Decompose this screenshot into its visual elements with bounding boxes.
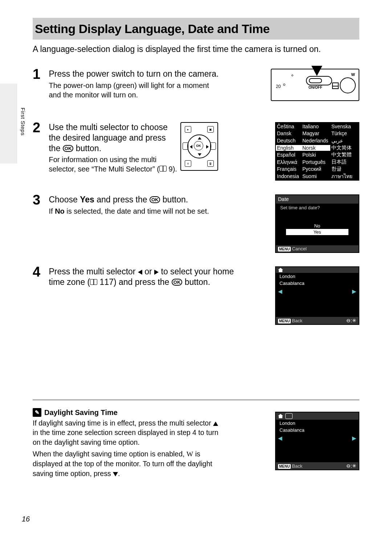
footer-left: MENUCancel xyxy=(278,246,307,251)
pencil-note-icon: ✎ xyxy=(33,408,41,417)
step-2-head-b: button. xyxy=(76,144,101,153)
step-3-sub: If No is selected, the date and time wil… xyxy=(49,206,237,216)
dst-section: ✎ Daylight Saving Time If daylight savin… xyxy=(33,408,225,478)
step-1: 1 Press the power switch to turn on the … xyxy=(33,69,219,100)
step-4-head-b: or xyxy=(142,267,154,276)
step-1-sub: The power-on lamp (green) will light for… xyxy=(49,81,219,100)
ok-button-icon: OK xyxy=(150,196,160,203)
footer-left: MENUBack xyxy=(278,463,302,469)
lang-item: 한글 xyxy=(330,166,359,172)
step-2-number: 2 xyxy=(33,121,47,134)
timezone-screen-2: London Casablanca ◀ ▶ MENUBack ⊖:✳ xyxy=(275,412,359,470)
book-icon xyxy=(159,166,167,172)
tz-city-2: Casablanca xyxy=(276,280,359,287)
step-4-head-a: Press the multi selector xyxy=(49,267,138,276)
step-1-heading: Press the power switch to turn on the ca… xyxy=(49,69,219,78)
camera-dot-icon xyxy=(283,84,285,86)
page-number: 16 xyxy=(22,515,30,523)
tz-city-1: London xyxy=(276,273,359,280)
intro-text: A language-selection dialog is displayed… xyxy=(33,44,321,54)
lang-item: Türkçe xyxy=(330,130,359,136)
back-label: Back xyxy=(292,318,302,323)
tz-arrow-right-icon: ▶ xyxy=(352,288,356,295)
triangle-left-icon xyxy=(138,270,142,275)
lang-item: Čeština xyxy=(276,124,301,129)
ok-center-icon: OK xyxy=(194,141,203,150)
step-2-sub: For information on using the multi selec… xyxy=(49,155,179,174)
tz-arrow-right-icon: ▶ xyxy=(352,435,356,442)
lang-item-selected: Norsk xyxy=(301,145,330,151)
step-4-head-e: button. xyxy=(182,277,210,287)
step-2-sub-a: For information on using the multi selec… xyxy=(49,156,159,173)
ms-menu-icon xyxy=(185,160,191,167)
camera-label-20: 20 xyxy=(276,84,281,89)
language-grid: Čeština Italiano Svenska Dansk Magyar Tü… xyxy=(276,123,359,180)
lang-item: Español xyxy=(276,152,301,158)
ms-up-icon xyxy=(198,137,201,140)
book-ref-icon xyxy=(90,279,97,285)
dst-toggle-icon: ⊖:✳ xyxy=(346,318,356,323)
tz-nav: ◀ ▶ xyxy=(276,287,359,296)
lang-item: Magyar xyxy=(301,130,330,136)
step-2-sub-b: 9). xyxy=(167,165,177,173)
ms-display-icon xyxy=(207,126,214,133)
power-switch-icon xyxy=(306,76,332,85)
dst-body: If daylight saving time is in effect, pr… xyxy=(33,418,225,478)
step-3-head-a: Choose xyxy=(49,195,80,204)
step-4-number: 4 xyxy=(33,265,47,279)
lang-item: Português xyxy=(301,159,330,165)
lang-item: Ελληνικά xyxy=(276,159,301,165)
step-3-sub-a: If xyxy=(49,207,55,215)
page-title-band: Setting Display Language, Date and Time xyxy=(33,18,359,40)
camera-label-w: W xyxy=(351,72,355,77)
tz-footer: MENUBack ⊖:✳ xyxy=(276,462,359,470)
menu-chip: MENU xyxy=(278,319,291,323)
ok-button-icon: OK xyxy=(63,145,74,152)
menu-chip: MENU xyxy=(278,247,291,251)
multi-selector-illustration: OK xyxy=(180,122,218,171)
dst-on-icon xyxy=(285,413,293,419)
dst-heading: ✎ Daylight Saving Time xyxy=(33,408,225,417)
ms-down-icon xyxy=(198,153,201,156)
onoff-label: ON/OFF xyxy=(309,85,322,89)
step-3-yes: Yes xyxy=(80,195,94,204)
dst-heading-text: Daylight Saving Time xyxy=(44,408,118,417)
triangle-right-icon xyxy=(154,270,159,275)
date-option-yes-selected: Yes xyxy=(286,229,348,235)
lang-item: Italiano xyxy=(301,124,330,129)
step-3: 3 Choose Yes and press the OK button. If… xyxy=(33,194,237,216)
camera-wheel-icon xyxy=(340,77,356,93)
lang-item: ภาษาไทย xyxy=(330,172,359,180)
footer-left: MENUBack xyxy=(278,318,302,323)
book-ref-icon xyxy=(159,166,167,172)
dst-p2a: When the daylight saving time option is … xyxy=(33,450,187,458)
ms-left-icon xyxy=(190,145,192,149)
camera-dot2-icon xyxy=(291,74,293,76)
lang-item-selected: English xyxy=(276,145,301,151)
step-3-head-d: button. xyxy=(160,195,188,204)
lang-item: Русский xyxy=(301,166,330,172)
side-tab xyxy=(0,84,17,164)
step-3-body: Choose Yes and press the OK button. If N… xyxy=(49,194,237,216)
lang-item: Polski xyxy=(301,152,330,158)
dst-p2d: . xyxy=(118,470,120,477)
side-label: First Steps xyxy=(20,108,26,136)
lang-item: Svenska xyxy=(330,124,359,129)
page-title: Setting Display Language, Date and Time xyxy=(35,22,270,36)
timezone-screen-1: London Casablanca ◀ ▶ MENUBack ⊖:✳ xyxy=(275,266,359,325)
dst-p1b: in the time zone selection screen displa… xyxy=(33,428,219,446)
lang-item: Nederlands xyxy=(301,138,330,144)
arrow-down-icon xyxy=(311,66,322,76)
home-icon xyxy=(278,414,283,418)
cancel-label: Cancel xyxy=(292,246,306,251)
lang-item: Indonesia xyxy=(276,173,301,179)
date-screen-question: Set time and date? xyxy=(276,203,359,212)
step-2: 2 Use the multi selector to choose the d… xyxy=(33,122,179,174)
tz-footer: MENUBack ⊖:✳ xyxy=(276,317,359,324)
date-screen-title: Date xyxy=(276,195,359,203)
step-1-body: Press the power switch to turn on the ca… xyxy=(49,69,219,100)
camera-slot-icon xyxy=(332,82,339,89)
home-icon xyxy=(278,268,283,272)
tz-arrow-left-icon: ◀ xyxy=(278,288,282,295)
tz-arrow-left-icon: ◀ xyxy=(278,435,282,442)
